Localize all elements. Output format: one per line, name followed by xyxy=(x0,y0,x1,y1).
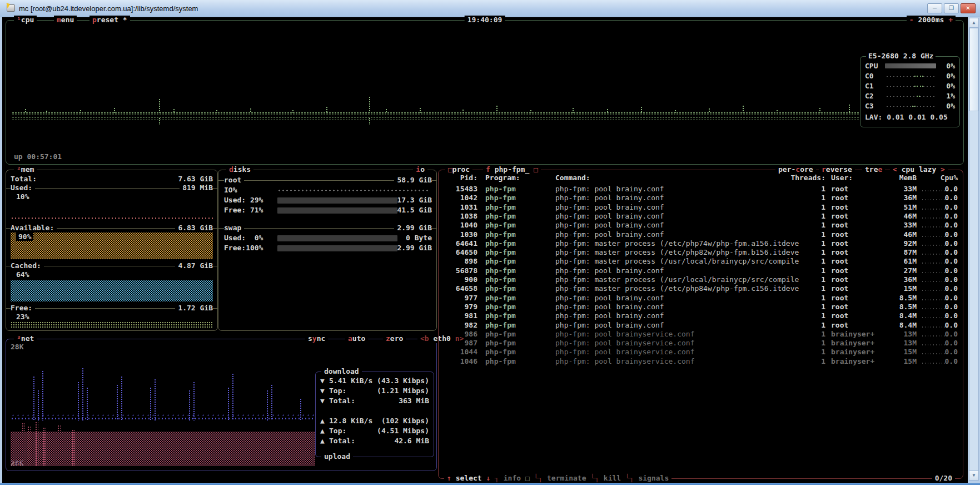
upload-speed-row: ▲12.8 KiB/s(102 Kibps) xyxy=(320,417,429,426)
enter-icon: □ xyxy=(525,474,530,482)
app-icon xyxy=(6,4,16,13)
down-arrow-icon: ▼ xyxy=(320,397,329,406)
titlebar[interactable]: mc [root@ub24.itdeveloper.com.ua]:/lib/s… xyxy=(0,0,980,17)
cpu-model: E5-2680 2.8 GHz xyxy=(866,52,936,60)
mem-used-percent: 10% xyxy=(16,192,29,201)
disks-box-title: disks xyxy=(226,165,253,174)
proc-footer: ↑ select ↓ ┐ info □ └┐ terminate └┐ kill… xyxy=(444,474,671,483)
scrollbar[interactable]: ▲ ▼ xyxy=(969,18,979,481)
uptime: up 00:57:01 xyxy=(14,152,62,161)
process-row[interactable]: 977 php-fpm php-fpm: pool brainy.conf 1 … xyxy=(439,294,963,303)
tree-button[interactable]: tree xyxy=(862,165,885,174)
cpu-graph xyxy=(12,54,861,137)
window: mc [root@ub24.itdeveloper.com.ua]:/lib/s… xyxy=(0,0,980,485)
process-row[interactable]: 898 php-fpm php-fpm: master process (/us… xyxy=(439,257,963,266)
window-title: mc [root@ub24.itdeveloper.com.ua]:/lib/s… xyxy=(19,4,927,13)
menu-button[interactable]: menu xyxy=(54,16,77,24)
process-row[interactable]: 981 php-fpm php-fpm: pool brainy.conf 1 … xyxy=(439,311,963,320)
disk-name-row: root58.9 GiB xyxy=(218,176,436,184)
cpu-box-title: ¹cpu xyxy=(14,16,37,24)
scroll-up-icon: ▲ xyxy=(973,20,976,25)
sync-button[interactable]: sync xyxy=(305,334,328,343)
core-meter xyxy=(885,85,936,88)
disk-name-row: swap2.99 GiB xyxy=(218,224,436,232)
interface-prev-button[interactable]: <b xyxy=(420,334,429,343)
process-row[interactable]: 64641 php-fpm php-fpm: master process (/… xyxy=(439,239,963,248)
core-meter xyxy=(885,105,936,108)
kill-button[interactable]: kill xyxy=(604,474,621,482)
proc-box: □proc f php-fpm_ □ per-core reverse tree… xyxy=(438,170,963,479)
per-core-button[interactable]: per-core xyxy=(775,165,816,174)
process-row[interactable]: 56878 php-fpm php-fpm: pool brainy.conf … xyxy=(439,266,963,275)
upload-label: upload xyxy=(321,452,353,461)
disk-free-bar xyxy=(277,245,397,251)
scroll-up-button[interactable]: ▲ xyxy=(969,18,978,28)
mem-free-row: Free:1.72 GiB xyxy=(6,304,217,312)
reverse-button[interactable]: reverse xyxy=(819,165,855,174)
process-row[interactable]: 64650 php-fpm php-fpm: master process (/… xyxy=(439,248,963,257)
proc-table-header: Pid: Program: Command: Threads: User: Me… xyxy=(439,174,963,182)
maximize-button[interactable]: ❐ xyxy=(944,3,959,13)
mem-cached-percent: 64% xyxy=(16,270,29,279)
io-toggle-button[interactable]: io xyxy=(413,165,427,174)
process-row[interactable]: 1030 php-fpm php-fpm: pool brainy.conf 1… xyxy=(439,230,963,239)
filter-input[interactable]: f php-fpm_ □ xyxy=(483,165,541,174)
process-row[interactable]: 1044 php-fpm php-fpm: pool brainyservice… xyxy=(439,348,963,357)
process-row[interactable]: 1046 php-fpm php-fpm: pool brainyservice… xyxy=(439,357,963,366)
signals-button[interactable]: signals xyxy=(638,474,669,482)
sort-prev-button[interactable]: < xyxy=(893,165,897,174)
download-speed-row: ▼5.41 KiB/s(43.3 Kibps) xyxy=(320,377,429,386)
process-row[interactable]: 64658 php-fpm php-fpm: master process (/… xyxy=(439,284,963,293)
process-row[interactable]: 900 php-fpm php-fpm: master process (/us… xyxy=(439,275,963,284)
scroll-down-button[interactable]: ▼ xyxy=(969,471,978,480)
up-arrow-icon: ▲ xyxy=(320,437,329,446)
mem-cached-graph xyxy=(11,280,213,301)
upload-top-row: ▲Top:(4.51 Mibps) xyxy=(320,427,429,436)
select-control[interactable]: ↑ select ↓ xyxy=(447,474,490,482)
mem-used-row: Used:819 MiB xyxy=(6,184,217,192)
disks-box: disks io root58.9 GiB IO% Used: 29% 17.3… xyxy=(218,170,437,331)
scrollbar-thumb[interactable] xyxy=(969,28,978,111)
interval-decrease-button[interactable]: - xyxy=(909,16,914,24)
selection-count: 0/20 xyxy=(932,474,955,483)
up-arrow-icon: ▲ xyxy=(320,427,329,436)
preset-button[interactable]: preset * xyxy=(89,16,130,24)
disk-io-row: IO% xyxy=(224,186,432,195)
download-label: download xyxy=(321,367,362,376)
mem-cached-row: Cached:4.87 GiB xyxy=(6,261,217,270)
process-row[interactable]: 1042 php-fpm php-fpm: pool brainy.conf 1… xyxy=(439,194,963,202)
window-bottom-border xyxy=(0,483,980,485)
close-button[interactable]: ✕ xyxy=(961,3,976,13)
disk-used-row: Used: 29% 17.3 GiB xyxy=(224,196,432,205)
disk-free-row: Free: 71% 41.5 GiB xyxy=(224,206,432,215)
upload-total-row: ▲Total:42.6 MiB xyxy=(320,437,429,446)
zero-button[interactable]: zero xyxy=(383,334,406,343)
process-row[interactable]: 987 php-fpm php-fpm: pool brainyservice.… xyxy=(439,339,963,348)
interval-control: - 2000ms + xyxy=(907,16,956,24)
minimize-button[interactable]: ─ xyxy=(927,3,942,13)
mem-box: ²mem Total:7.63 GiB Used:819 MiB 10% Ava… xyxy=(6,170,218,331)
sort-selector: < cpu lazy > xyxy=(890,165,948,174)
process-row[interactable]: 1038 php-fpm php-fpm: pool brainy.conf 1… xyxy=(439,212,963,221)
down-arrow-icon: ▼ xyxy=(320,377,329,386)
interval-increase-button[interactable]: + xyxy=(948,16,953,24)
process-row[interactable]: 979 php-fpm php-fpm: pool brainy.conf 1 … xyxy=(439,303,963,311)
mem-box-title: ²mem xyxy=(14,165,37,174)
auto-button[interactable]: auto xyxy=(345,334,368,343)
sort-value: cpu lazy xyxy=(902,165,937,174)
process-row[interactable]: 15483 php-fpm php-fpm: pool brainy.conf … xyxy=(439,185,963,194)
info-button[interactable]: info □ xyxy=(504,474,530,482)
process-row[interactable]: 1040 php-fpm php-fpm: pool brainy.conf 1… xyxy=(439,221,963,230)
sort-next-button[interactable]: > xyxy=(941,165,945,174)
process-row[interactable]: 1031 php-fpm php-fpm: pool brainy.conf 1… xyxy=(439,203,963,212)
disk-used-bar xyxy=(277,197,397,204)
disk-free-row: Free:100% 2.99 GiB xyxy=(224,244,432,253)
process-row[interactable]: 986 php-fpm php-fpm: pool brainyservice.… xyxy=(439,330,963,339)
process-row[interactable]: 982 php-fpm php-fpm: pool brainy.conf 1 … xyxy=(439,321,963,330)
download-total-row: ▼Total:363 MiB xyxy=(320,397,429,406)
filter-clear-button[interactable]: □ xyxy=(534,165,538,174)
terminate-button[interactable]: terminate xyxy=(547,474,586,482)
up-arrow-icon: ▲ xyxy=(320,417,329,426)
upload-graph xyxy=(11,422,315,466)
core-row: C2 1% xyxy=(865,91,955,101)
